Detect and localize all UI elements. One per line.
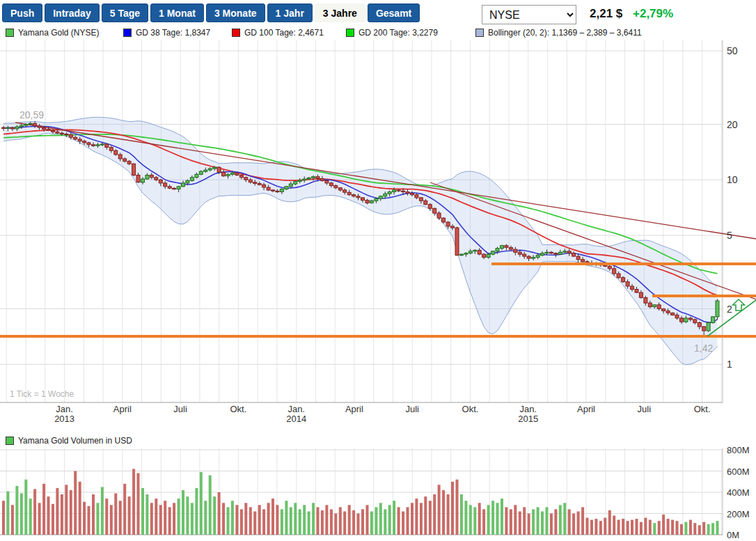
candle bbox=[6, 127, 10, 128]
stock-chart-app: PushIntraday5 Tage1 Monat3 Monate1 Jahr3… bbox=[0, 0, 756, 541]
candle bbox=[433, 208, 436, 213]
volume-bar bbox=[200, 472, 203, 535]
volume-bar bbox=[294, 503, 297, 535]
candle bbox=[563, 251, 567, 252]
volume-bar bbox=[644, 518, 647, 535]
candle bbox=[289, 184, 292, 187]
volume-bar bbox=[195, 488, 198, 535]
candle bbox=[518, 252, 521, 254]
candle bbox=[635, 290, 638, 293]
candle bbox=[83, 141, 86, 143]
volume-bar bbox=[379, 503, 382, 535]
volume-bar bbox=[667, 519, 670, 535]
timeframe-button-intraday[interactable]: Intraday bbox=[45, 3, 99, 22]
candle bbox=[402, 191, 405, 191]
candle bbox=[334, 186, 338, 188]
volume-bar bbox=[132, 469, 135, 535]
volume-bar bbox=[662, 515, 665, 535]
volume-bar bbox=[693, 523, 696, 535]
candle bbox=[320, 179, 324, 181]
volume-bar bbox=[334, 514, 337, 535]
candle bbox=[397, 190, 400, 191]
volume-bar bbox=[348, 505, 351, 535]
candle bbox=[145, 175, 149, 180]
candle bbox=[572, 253, 576, 256]
volume-bar bbox=[554, 509, 557, 535]
volume-legend-swatch bbox=[6, 437, 14, 445]
volume-bar bbox=[47, 496, 50, 535]
candle bbox=[648, 303, 652, 307]
volume-bar bbox=[680, 524, 683, 535]
candle bbox=[545, 252, 549, 253]
legend-swatch bbox=[232, 29, 240, 37]
candle bbox=[271, 190, 275, 191]
candle bbox=[581, 260, 585, 262]
volume-bar bbox=[262, 509, 265, 535]
x-tick-year: 2013 bbox=[54, 414, 74, 424]
candle bbox=[576, 256, 580, 260]
candle bbox=[384, 194, 387, 196]
timeframe-button-gesamt[interactable]: Gesamt bbox=[368, 3, 420, 22]
candle bbox=[230, 173, 234, 174]
y-tick-label: 5 bbox=[727, 230, 732, 241]
exchange-select[interactable]: NYSE bbox=[482, 5, 576, 24]
candle bbox=[239, 175, 243, 178]
volume-bar bbox=[209, 476, 212, 535]
candle bbox=[671, 313, 675, 315]
volume-bar bbox=[649, 520, 652, 535]
legend-swatch bbox=[6, 29, 14, 37]
volume-bar bbox=[684, 522, 687, 535]
candle bbox=[437, 213, 441, 218]
volume-bar bbox=[505, 507, 507, 535]
candle bbox=[127, 162, 131, 164]
volume-bar bbox=[159, 505, 162, 535]
volume-bar bbox=[213, 496, 216, 535]
legend-label: Yamana Gold (NYSE) bbox=[18, 28, 100, 38]
timeframe-button-5-tage[interactable]: 5 Tage bbox=[102, 3, 148, 22]
candle bbox=[464, 253, 468, 254]
x-tick-label: Okt. bbox=[230, 404, 246, 414]
candle bbox=[109, 148, 113, 151]
volume-bar bbox=[173, 503, 175, 535]
candle bbox=[567, 251, 571, 253]
x-tick-label: April bbox=[345, 404, 363, 414]
timeframe-button-3-jahre[interactable]: 3 Jahre bbox=[315, 3, 365, 22]
volume-bar bbox=[559, 505, 562, 535]
candle bbox=[298, 180, 301, 182]
volume-bar bbox=[92, 494, 95, 535]
volume-bar bbox=[671, 520, 674, 535]
volume-bar bbox=[155, 499, 157, 535]
candle bbox=[168, 187, 171, 189]
timeframe-button-push[interactable]: Push bbox=[2, 3, 42, 22]
volume-bar bbox=[244, 503, 247, 535]
volume-bar bbox=[689, 520, 692, 535]
x-tick-label: Juli bbox=[638, 404, 652, 414]
volume-bar bbox=[303, 505, 306, 535]
candle bbox=[10, 127, 14, 129]
candle bbox=[204, 170, 207, 171]
candle bbox=[114, 150, 118, 155]
volume-bar bbox=[501, 499, 503, 535]
candle bbox=[159, 180, 162, 183]
candle bbox=[226, 174, 230, 175]
candle bbox=[352, 195, 356, 196]
volume-bar bbox=[240, 509, 243, 535]
volume-bar bbox=[375, 507, 377, 535]
candle bbox=[419, 198, 423, 201]
volume-bar bbox=[572, 514, 575, 535]
candle bbox=[217, 167, 221, 172]
timeframe-button-1-jahr[interactable]: 1 Jahr bbox=[267, 3, 313, 22]
volume-bar bbox=[123, 484, 126, 535]
candle bbox=[173, 188, 176, 189]
x-tick-label: Jan. bbox=[288, 404, 305, 414]
volume-bar bbox=[537, 507, 540, 535]
volume-bar bbox=[11, 505, 14, 535]
timeframe-button-1-monat[interactable]: 1 Monat bbox=[150, 3, 204, 22]
volume-bar bbox=[191, 503, 194, 535]
candle bbox=[693, 320, 697, 323]
candle bbox=[680, 318, 684, 322]
volume-bar bbox=[429, 501, 432, 535]
x-tick-label: Jan. bbox=[519, 404, 537, 414]
volume-bar bbox=[608, 510, 611, 535]
timeframe-button-3-monate[interactable]: 3 Monate bbox=[206, 3, 265, 22]
